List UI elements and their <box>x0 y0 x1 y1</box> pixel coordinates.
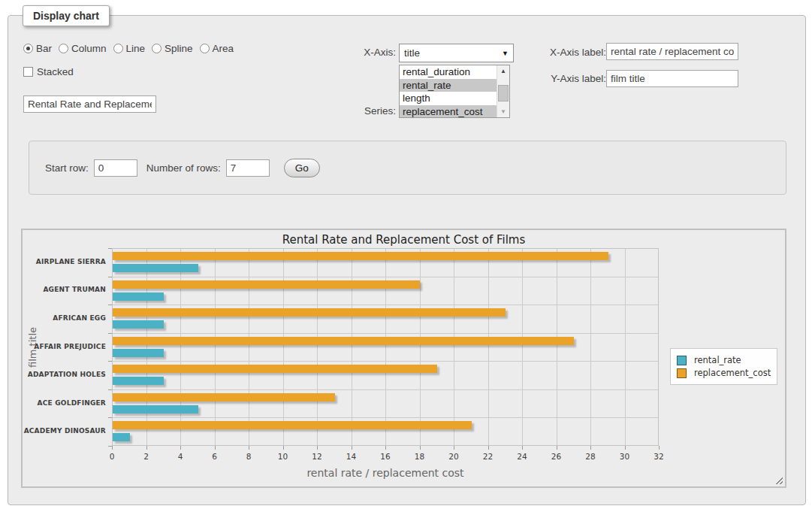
series-option-replacement-cost[interactable]: replacement_cost <box>400 105 497 119</box>
x-axis-selected-value: title <box>404 47 502 59</box>
category-label-airplane-sierra: AIRPLANE SIERRA <box>23 258 106 265</box>
x-tick-8 <box>249 446 249 450</box>
series-option-length[interactable]: length <box>400 92 497 105</box>
x-tick-label-2: 2 <box>131 452 161 461</box>
chart-type-option-bar[interactable]: Bar <box>23 43 52 54</box>
bar-rental-rate-ace-goldfinger <box>113 405 198 414</box>
series-listbox[interactable]: rental_durationrental_ratelengthreplacem… <box>399 65 510 118</box>
x-tick-18 <box>420 446 421 450</box>
chart-title-input[interactable] <box>23 95 156 113</box>
x-axis-title: rental rate / replacement cost <box>112 467 659 479</box>
legend-label-rental-rate: rental_rate <box>694 355 741 365</box>
y-tick-5 <box>108 389 112 390</box>
x-axis-select-label: X-Axis: <box>331 47 396 58</box>
x-tick-26 <box>557 446 557 450</box>
x-tick-0 <box>112 446 113 450</box>
series-options: rental_durationrental_ratelengthreplacem… <box>400 65 497 117</box>
x-tick-label-18: 18 <box>405 452 435 461</box>
legend-swatch-replacement-cost <box>677 368 687 378</box>
chart-type-option-line[interactable]: Line <box>113 43 146 54</box>
page: Display chart BarColumnLineSplineArea St… <box>0 0 812 512</box>
bar-rental-rate-academy-dinosaur <box>113 433 130 441</box>
start-row-label: Start row: <box>45 162 89 174</box>
chart-type-label-bar: Bar <box>36 43 52 54</box>
x-tick-label-0: 0 <box>97 452 127 461</box>
chart-type-radio-area[interactable] <box>200 44 210 53</box>
chart-type-radio-group: BarColumnLineSplineArea <box>23 43 240 54</box>
legend-swatch-rental-rate <box>677 356 687 365</box>
x-tick-label-20: 20 <box>439 452 469 461</box>
x-tick-label-26: 26 <box>542 452 572 461</box>
x-tick-14 <box>352 446 352 450</box>
x-tick-30 <box>625 446 626 450</box>
x-tick-2 <box>146 446 147 450</box>
bar-replacement-cost-affair-prejudice <box>113 337 574 345</box>
bar-rental-rate-airplane-sierra <box>113 264 198 272</box>
bar-replacement-cost-agent-truman <box>113 280 420 289</box>
bar-replacement-cost-academy-dinosaur <box>113 421 472 429</box>
chart-type-label-spline: Spline <box>165 43 193 54</box>
bar-rental-rate-agent-truman <box>113 292 164 301</box>
category-label-agent-truman: AGENT TRUMAN <box>23 286 106 293</box>
x-tick-16 <box>385 446 386 450</box>
series-option-rental-rate[interactable]: rental_rate <box>400 79 497 92</box>
x-tick-24 <box>522 446 523 450</box>
panel-title: Display chart <box>23 5 110 26</box>
chart-type-label-area: Area <box>213 43 234 54</box>
y-axis-label-input[interactable] <box>606 70 738 87</box>
stacked-checkbox-row[interactable]: Stacked <box>23 66 74 77</box>
x-tick-label-22: 22 <box>473 452 503 461</box>
scrollbar-thumb[interactable] <box>498 85 509 101</box>
x-tick-4 <box>180 446 181 450</box>
scroll-up-icon[interactable]: ▲ <box>497 65 509 77</box>
legend-entry-replacement-cost: replacement_cost <box>677 368 771 378</box>
x-tick-label-14: 14 <box>337 452 367 461</box>
x-tick-label-32: 32 <box>644 452 674 461</box>
bar-replacement-cost-airplane-sierra <box>113 252 608 260</box>
y-axis-label-label: Y-Axis label: <box>527 73 606 84</box>
x-tick-label-4: 4 <box>165 452 195 461</box>
y-tick-1 <box>108 277 112 277</box>
x-tick-28 <box>590 446 591 450</box>
display-chart-panel: Display chart BarColumnLineSplineArea St… <box>8 15 806 505</box>
category-label-academy-dinosaur: ACADEMY DINOSAUR <box>23 427 106 435</box>
category-label-ace-goldfinger: ACE GOLDFINGER <box>23 399 106 407</box>
x-tick-20 <box>454 446 454 450</box>
y-tick-2 <box>108 304 112 305</box>
x-tick-label-30: 30 <box>610 452 640 461</box>
x-axis-select[interactable]: title ▼ <box>399 44 514 62</box>
series-scrollbar[interactable]: ▲ ▼ <box>497 65 509 117</box>
chart-type-radio-spline[interactable] <box>152 44 161 53</box>
go-button[interactable]: Go <box>284 159 320 177</box>
start-row-input[interactable] <box>94 159 137 177</box>
x-tick-label-28: 28 <box>575 452 605 461</box>
chart-type-radio-bar[interactable] <box>23 44 33 53</box>
bar-rental-rate-adaptation-holes <box>113 377 164 385</box>
plot-area <box>112 248 659 446</box>
stacked-checkbox[interactable] <box>23 67 33 77</box>
x-tick-label-12: 12 <box>302 452 332 461</box>
scroll-down-icon[interactable]: ▼ <box>497 106 509 117</box>
number-of-rows-input[interactable] <box>226 159 270 177</box>
x-tick-label-6: 6 <box>200 452 230 461</box>
x-tick-10 <box>283 446 284 450</box>
number-of-rows-label: Number of rows: <box>146 162 221 174</box>
legend-label-replacement-cost: replacement_cost <box>694 368 771 378</box>
x-tick-label-16: 16 <box>370 452 400 461</box>
series-option-rental-duration[interactable]: rental_duration <box>400 65 497 79</box>
y-tick-6 <box>108 417 112 418</box>
chart-type-radio-line[interactable] <box>113 44 123 53</box>
chart-type-option-area[interactable]: Area <box>200 43 234 54</box>
chart-type-option-column[interactable]: Column <box>59 43 107 54</box>
x-tick-label-24: 24 <box>507 452 537 461</box>
stacked-label: Stacked <box>37 66 74 77</box>
bar-replacement-cost-ace-goldfinger <box>113 393 335 401</box>
x-axis-label-input[interactable] <box>606 43 738 60</box>
chart-type-label-line: Line <box>126 43 146 54</box>
chart-type-label-column: Column <box>71 43 107 54</box>
chart-type-option-spline[interactable]: Spline <box>152 43 193 54</box>
chart-type-radio-column[interactable] <box>59 44 68 53</box>
bar-rental-rate-african-egg <box>113 320 164 329</box>
bar-replacement-cost-adaptation-holes <box>113 365 437 373</box>
y-axis-title: film title <box>27 295 39 400</box>
